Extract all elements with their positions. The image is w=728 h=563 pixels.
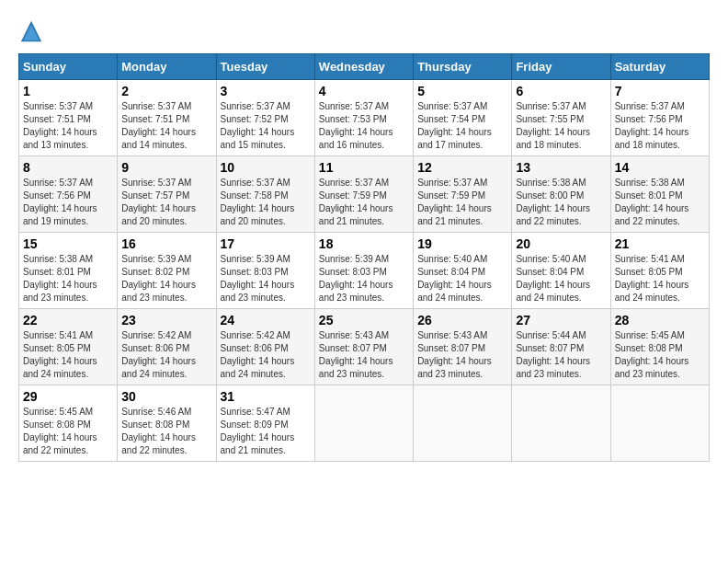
header-row: SundayMondayTuesdayWednesdayThursdayFrid… xyxy=(19,54,710,80)
day-info-1: Sunrise: 5:37 AMSunset: 7:51 PMDaylight:… xyxy=(23,100,113,152)
logo-icon xyxy=(18,18,44,44)
day-number-8: 8 xyxy=(23,160,113,175)
day-cell-29: 29Sunrise: 5:45 AMSunset: 8:08 PMDayligh… xyxy=(19,385,118,462)
logo xyxy=(18,18,48,44)
day-cell-5: 5Sunrise: 5:37 AMSunset: 7:54 PMDaylight… xyxy=(414,80,512,156)
header-cell-tuesday: Tuesday xyxy=(216,54,314,80)
day-cell-28: 28Sunrise: 5:45 AMSunset: 8:08 PMDayligh… xyxy=(610,309,709,385)
day-cell-31: 31Sunrise: 5:47 AMSunset: 8:09 PMDayligh… xyxy=(216,385,314,462)
day-cell-2: 2Sunrise: 5:37 AMSunset: 7:51 PMDaylight… xyxy=(118,80,216,156)
day-info-9: Sunrise: 5:37 AMSunset: 7:57 PMDaylight:… xyxy=(121,177,211,228)
day-info-18: Sunrise: 5:39 AMSunset: 8:03 PMDaylight:… xyxy=(319,253,409,304)
day-number-24: 24 xyxy=(221,313,311,327)
day-cell-22: 22Sunrise: 5:41 AMSunset: 8:05 PMDayligh… xyxy=(19,309,118,385)
day-number-5: 5 xyxy=(417,84,507,98)
day-info-4: Sunrise: 5:37 AMSunset: 7:53 PMDaylight:… xyxy=(319,100,409,152)
day-cell-15: 15Sunrise: 5:38 AMSunset: 8:01 PMDayligh… xyxy=(19,233,118,309)
day-number-18: 18 xyxy=(319,236,409,251)
header-cell-wednesday: Wednesday xyxy=(314,54,413,80)
day-info-28: Sunrise: 5:45 AMSunset: 8:08 PMDaylight:… xyxy=(615,329,705,381)
day-info-12: Sunrise: 5:37 AMSunset: 7:59 PMDaylight:… xyxy=(417,177,507,228)
week-row-5: 29Sunrise: 5:45 AMSunset: 8:08 PMDayligh… xyxy=(19,385,710,462)
page-header xyxy=(18,18,710,44)
day-number-16: 16 xyxy=(121,236,211,251)
day-cell-20: 20Sunrise: 5:40 AMSunset: 8:04 PMDayligh… xyxy=(512,233,610,309)
day-number-1: 1 xyxy=(23,84,113,98)
day-number-29: 29 xyxy=(23,389,113,404)
week-row-3: 15Sunrise: 5:38 AMSunset: 8:01 PMDayligh… xyxy=(19,233,710,309)
week-row-2: 8Sunrise: 5:37 AMSunset: 7:56 PMDaylight… xyxy=(19,156,710,233)
day-info-24: Sunrise: 5:42 AMSunset: 8:06 PMDaylight:… xyxy=(221,329,311,381)
day-number-19: 19 xyxy=(417,236,507,251)
day-number-17: 17 xyxy=(221,236,311,251)
day-info-15: Sunrise: 5:38 AMSunset: 8:01 PMDaylight:… xyxy=(23,253,113,304)
day-info-19: Sunrise: 5:40 AMSunset: 8:04 PMDaylight:… xyxy=(417,253,507,304)
day-cell-26: 26Sunrise: 5:43 AMSunset: 8:07 PMDayligh… xyxy=(414,309,512,385)
day-info-26: Sunrise: 5:43 AMSunset: 8:07 PMDaylight:… xyxy=(417,329,507,381)
calendar-table: SundayMondayTuesdayWednesdayThursdayFrid… xyxy=(18,53,710,462)
day-cell-13: 13Sunrise: 5:38 AMSunset: 8:00 PMDayligh… xyxy=(512,156,610,233)
day-info-23: Sunrise: 5:42 AMSunset: 8:06 PMDaylight:… xyxy=(121,329,211,381)
day-cell-30: 30Sunrise: 5:46 AMSunset: 8:08 PMDayligh… xyxy=(118,385,216,462)
header-cell-monday: Monday xyxy=(118,54,216,80)
day-info-25: Sunrise: 5:43 AMSunset: 8:07 PMDaylight:… xyxy=(319,329,409,381)
day-cell-25: 25Sunrise: 5:43 AMSunset: 8:07 PMDayligh… xyxy=(314,309,413,385)
day-info-22: Sunrise: 5:41 AMSunset: 8:05 PMDaylight:… xyxy=(23,329,113,381)
day-cell-21: 21Sunrise: 5:41 AMSunset: 8:05 PMDayligh… xyxy=(610,233,709,309)
day-info-8: Sunrise: 5:37 AMSunset: 7:56 PMDaylight:… xyxy=(23,177,113,228)
day-number-10: 10 xyxy=(221,160,311,175)
day-info-27: Sunrise: 5:44 AMSunset: 8:07 PMDaylight:… xyxy=(516,329,606,381)
day-cell-10: 10Sunrise: 5:37 AMSunset: 7:58 PMDayligh… xyxy=(216,156,314,233)
day-cell-12: 12Sunrise: 5:37 AMSunset: 7:59 PMDayligh… xyxy=(414,156,512,233)
day-cell-27: 27Sunrise: 5:44 AMSunset: 8:07 PMDayligh… xyxy=(512,309,610,385)
day-number-25: 25 xyxy=(319,313,409,327)
day-info-3: Sunrise: 5:37 AMSunset: 7:52 PMDaylight:… xyxy=(221,100,311,152)
day-info-5: Sunrise: 5:37 AMSunset: 7:54 PMDaylight:… xyxy=(417,100,507,152)
day-cell-6: 6Sunrise: 5:37 AMSunset: 7:55 PMDaylight… xyxy=(512,80,610,156)
day-number-23: 23 xyxy=(121,313,211,327)
day-number-7: 7 xyxy=(615,84,705,98)
day-cell-17: 17Sunrise: 5:39 AMSunset: 8:03 PMDayligh… xyxy=(216,233,314,309)
day-info-16: Sunrise: 5:39 AMSunset: 8:02 PMDaylight:… xyxy=(121,253,211,304)
day-number-2: 2 xyxy=(121,84,211,98)
day-info-20: Sunrise: 5:40 AMSunset: 8:04 PMDaylight:… xyxy=(516,253,606,304)
day-cell-8: 8Sunrise: 5:37 AMSunset: 7:56 PMDaylight… xyxy=(19,156,118,233)
day-number-20: 20 xyxy=(516,236,606,251)
day-info-7: Sunrise: 5:37 AMSunset: 7:56 PMDaylight:… xyxy=(615,100,705,152)
header-cell-thursday: Thursday xyxy=(414,54,512,80)
week-row-1: 1Sunrise: 5:37 AMSunset: 7:51 PMDaylight… xyxy=(19,80,710,156)
header-cell-sunday: Sunday xyxy=(19,54,118,80)
day-number-28: 28 xyxy=(615,313,705,327)
day-cell-1: 1Sunrise: 5:37 AMSunset: 7:51 PMDaylight… xyxy=(19,80,118,156)
day-info-6: Sunrise: 5:37 AMSunset: 7:55 PMDaylight:… xyxy=(516,100,606,152)
day-info-13: Sunrise: 5:38 AMSunset: 8:00 PMDaylight:… xyxy=(516,177,606,228)
day-info-31: Sunrise: 5:47 AMSunset: 8:09 PMDaylight:… xyxy=(221,406,311,457)
day-number-11: 11 xyxy=(319,160,409,175)
day-number-31: 31 xyxy=(221,389,311,404)
empty-cell xyxy=(610,385,709,462)
day-number-6: 6 xyxy=(516,84,606,98)
day-cell-7: 7Sunrise: 5:37 AMSunset: 7:56 PMDaylight… xyxy=(610,80,709,156)
day-number-27: 27 xyxy=(516,313,606,327)
day-number-22: 22 xyxy=(23,313,113,327)
day-cell-11: 11Sunrise: 5:37 AMSunset: 7:59 PMDayligh… xyxy=(314,156,413,233)
day-cell-4: 4Sunrise: 5:37 AMSunset: 7:53 PMDaylight… xyxy=(314,80,413,156)
header-cell-saturday: Saturday xyxy=(610,54,709,80)
day-cell-24: 24Sunrise: 5:42 AMSunset: 8:06 PMDayligh… xyxy=(216,309,314,385)
day-number-30: 30 xyxy=(121,389,211,404)
day-info-29: Sunrise: 5:45 AMSunset: 8:08 PMDaylight:… xyxy=(23,406,113,457)
day-number-4: 4 xyxy=(319,84,409,98)
day-cell-23: 23Sunrise: 5:42 AMSunset: 8:06 PMDayligh… xyxy=(118,309,216,385)
day-cell-3: 3Sunrise: 5:37 AMSunset: 7:52 PMDaylight… xyxy=(216,80,314,156)
day-info-2: Sunrise: 5:37 AMSunset: 7:51 PMDaylight:… xyxy=(121,100,211,152)
day-number-26: 26 xyxy=(417,313,507,327)
day-info-11: Sunrise: 5:37 AMSunset: 7:59 PMDaylight:… xyxy=(319,177,409,228)
week-row-4: 22Sunrise: 5:41 AMSunset: 8:05 PMDayligh… xyxy=(19,309,710,385)
empty-cell xyxy=(314,385,413,462)
day-number-14: 14 xyxy=(615,160,705,175)
day-info-14: Sunrise: 5:38 AMSunset: 8:01 PMDaylight:… xyxy=(615,177,705,228)
day-cell-14: 14Sunrise: 5:38 AMSunset: 8:01 PMDayligh… xyxy=(610,156,709,233)
day-number-13: 13 xyxy=(516,160,606,175)
day-cell-16: 16Sunrise: 5:39 AMSunset: 8:02 PMDayligh… xyxy=(118,233,216,309)
day-cell-9: 9Sunrise: 5:37 AMSunset: 7:57 PMDaylight… xyxy=(118,156,216,233)
